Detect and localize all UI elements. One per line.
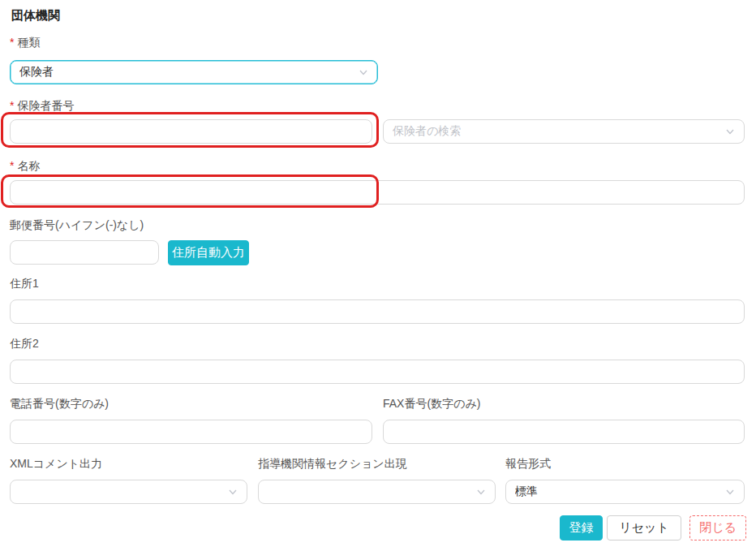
address-autofill-button[interactable]: 住所自動入力 — [168, 240, 249, 265]
name-input[interactable] — [10, 180, 745, 205]
address1-label: 住所1 — [10, 277, 39, 291]
name-label: *名称 — [10, 159, 40, 174]
required-marker: * — [10, 159, 14, 172]
fax-input[interactable] — [383, 420, 745, 444]
type-select-value: 保険者 — [19, 65, 352, 80]
insurer-search-select[interactable]: 保険者の検索 — [383, 119, 745, 144]
required-marker: * — [10, 99, 14, 112]
insurer-search-placeholder: 保険者の検索 — [393, 124, 719, 139]
close-button[interactable]: 閉じる — [689, 515, 746, 541]
report-format-label: 報告形式 — [505, 457, 551, 472]
phone-input[interactable] — [10, 420, 372, 444]
chevron-down-icon — [476, 487, 486, 497]
guidance-section-select[interactable] — [258, 480, 496, 504]
address1-input[interactable] — [10, 299, 745, 324]
guidance-section-label: 指導機関情報セクション出現 — [258, 457, 407, 472]
submit-button[interactable]: 登録 — [560, 515, 603, 541]
type-select[interactable]: 保険者 — [10, 60, 378, 84]
page-title: 団体機関 — [11, 8, 60, 24]
fax-label: FAX番号(数字のみ) — [383, 397, 480, 411]
postal-code-input[interactable] — [10, 240, 159, 265]
address2-label: 住所2 — [10, 337, 39, 351]
reset-button[interactable]: リセット — [607, 515, 681, 541]
insurer-number-input[interactable] — [10, 119, 372, 144]
xml-comment-select[interactable] — [10, 480, 247, 504]
required-marker: * — [10, 36, 14, 49]
phone-label: 電話番号(数字のみ) — [10, 397, 109, 411]
chevron-down-icon — [725, 487, 735, 497]
xml-comment-label: XMLコメント出力 — [10, 457, 102, 472]
chevron-down-icon — [725, 127, 735, 136]
insurer-number-label: *保険者番号 — [10, 99, 74, 114]
type-label: *種類 — [10, 36, 40, 50]
chevron-down-icon — [228, 487, 238, 497]
chevron-down-icon — [359, 67, 368, 77]
postal-code-label: 郵便番号(ハイフン(-)なし) — [10, 218, 144, 233]
report-format-select[interactable]: 標準 — [505, 480, 745, 504]
report-format-select-value: 標準 — [515, 485, 719, 499]
address2-input[interactable] — [10, 360, 745, 384]
